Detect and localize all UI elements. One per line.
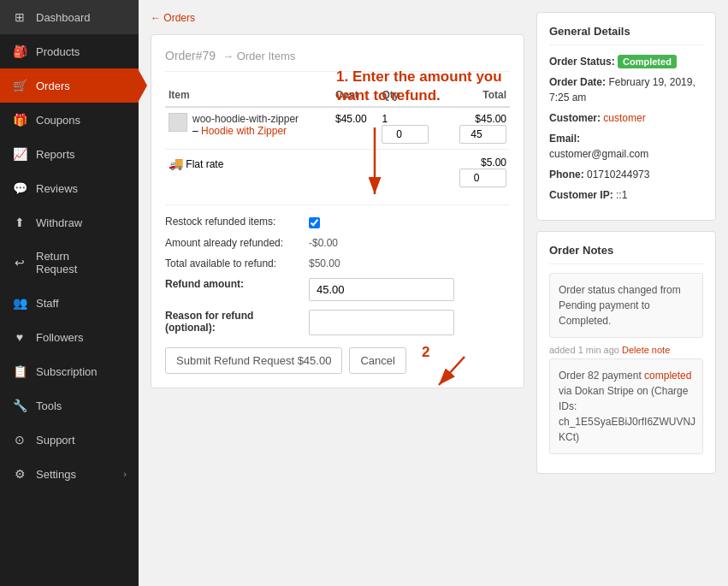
order-status-row: Order Status: Completed bbox=[549, 54, 703, 69]
note-2-highlight: completed bbox=[644, 370, 691, 382]
shipping-name-cell: 🚚 Flat rate bbox=[165, 150, 332, 193]
truck-icon: 🚚 bbox=[169, 157, 183, 170]
sidebar-item-orders[interactable]: 🛒 Orders bbox=[0, 68, 139, 103]
submit-refund-button[interactable]: Submit Refund Request $45.00 bbox=[165, 347, 342, 374]
amount-refunded-label: Amount already refunded: bbox=[165, 237, 302, 249]
return-icon: ↩ bbox=[12, 256, 27, 269]
sidebar-item-label: ReturnRequest bbox=[36, 250, 77, 275]
shipping-refund-input[interactable] bbox=[459, 169, 506, 187]
breadcrumb-link[interactable]: ← Orders bbox=[151, 12, 524, 24]
order-notes-title: Order Notes bbox=[549, 244, 703, 264]
subscription-icon: 📋 bbox=[12, 364, 27, 378]
refund-section: Restock refunded items: Amount already r… bbox=[165, 204, 510, 335]
order-notes-card: Order Notes Order status changed from Pe… bbox=[536, 231, 716, 474]
amount-refunded-value: -$0.00 bbox=[309, 237, 338, 249]
note-2-suffix: via Dokan Stripe on (Charge IDs: ch_1E5S… bbox=[559, 385, 695, 443]
right-panel: General Details Order Status: Completed … bbox=[536, 12, 716, 574]
sidebar-item-reports[interactable]: 📈 Reports bbox=[0, 137, 139, 171]
general-details-title: General Details bbox=[549, 25, 703, 45]
status-badge: Completed bbox=[618, 55, 677, 68]
sidebar: ⊞ Dashboard 🎒 Products 🛒 Orders 🎁 Coupon… bbox=[0, 0, 139, 586]
customer-label: Customer: bbox=[549, 112, 601, 124]
shipping-total-cell: $5.00 bbox=[444, 150, 510, 193]
sidebar-item-dashboard[interactable]: ⊞ Dashboard bbox=[0, 0, 139, 34]
ip-label: Customer IP: bbox=[549, 189, 613, 201]
tools-icon: 🔧 bbox=[12, 399, 27, 412]
phone-value: 01710244973 bbox=[587, 169, 649, 181]
sidebar-item-tools[interactable]: 🔧 Tools bbox=[0, 388, 139, 423]
sidebar-item-settings[interactable]: ⚙ Settings › bbox=[0, 457, 139, 491]
item-name-cell: woo-hoodie-with-zipper – Hoodie with Zip… bbox=[165, 107, 332, 150]
note-1-text: Order status changed from Pending paymen… bbox=[559, 282, 694, 329]
sidebar-item-label: Reviews bbox=[36, 182, 78, 195]
product-link-wrap: – Hoodie with Zipper bbox=[192, 125, 299, 137]
phone-row: Phone: 01710244973 bbox=[549, 167, 703, 182]
products-icon: 🎒 bbox=[12, 44, 27, 58]
email-row: Email: customer@gmail.com bbox=[549, 131, 703, 162]
ip-row: Customer IP: ::1 bbox=[549, 187, 703, 203]
ip-value: ::1 bbox=[616, 189, 627, 201]
product-link[interactable]: Hoodie with Zipper bbox=[201, 125, 287, 137]
restock-checkbox[interactable] bbox=[309, 217, 320, 228]
orders-icon: 🛒 bbox=[12, 79, 27, 92]
sidebar-item-label: Coupons bbox=[36, 114, 80, 127]
cancel-button[interactable]: Cancel bbox=[349, 347, 405, 374]
annotation-arrow-1 bbox=[323, 119, 426, 204]
sidebar-item-label: Settings bbox=[36, 468, 76, 481]
total-available-value: $50.00 bbox=[309, 257, 340, 269]
sidebar-item-label: Followers bbox=[36, 331, 84, 344]
sidebar-item-label: Products bbox=[36, 45, 80, 58]
email-label: Email: bbox=[549, 133, 580, 145]
order-number: Order#79 bbox=[165, 49, 216, 62]
sidebar-item-coupons[interactable]: 🎁 Coupons bbox=[0, 103, 139, 137]
col-item: Item bbox=[165, 84, 332, 107]
email-value: customer@gmail.com bbox=[549, 148, 648, 160]
amount-refunded-row: Amount already refunded: -$0.00 bbox=[165, 237, 510, 249]
customer-link[interactable]: customer bbox=[603, 112, 645, 124]
total-available-label: Total available to refund: bbox=[165, 257, 302, 269]
delete-note-link[interactable]: Delete note bbox=[622, 345, 670, 355]
total-refund-input[interactable] bbox=[459, 125, 506, 144]
left-panel: ← Orders Order#79 → Order Items Item Cos… bbox=[151, 12, 524, 574]
note-2: Order 82 payment completed via Dokan Str… bbox=[549, 358, 703, 454]
order-status-label: Order Status: bbox=[549, 56, 615, 68]
support-icon: ⊙ bbox=[12, 433, 27, 447]
svg-line-3 bbox=[439, 357, 465, 385]
sidebar-item-support[interactable]: ⊙ Support bbox=[0, 423, 139, 457]
order-subtitle: → Order Items bbox=[222, 50, 295, 62]
reason-input[interactable] bbox=[309, 310, 454, 335]
restock-label: Restock refunded items: bbox=[165, 216, 302, 228]
total-available-row: Total available to refund: $50.00 bbox=[165, 257, 510, 269]
sidebar-item-withdraw[interactable]: ⬆ Withdraw bbox=[0, 205, 139, 240]
sidebar-item-products[interactable]: 🎒 Products bbox=[0, 34, 139, 68]
refund-amount-row: Refund amount: bbox=[165, 278, 510, 301]
settings-expand-icon: › bbox=[123, 469, 127, 479]
customer-row: Customer: customer bbox=[549, 110, 703, 126]
sidebar-item-reviews[interactable]: 💬 Reviews bbox=[0, 171, 139, 205]
order-date-label: Order Date: bbox=[549, 76, 606, 88]
reports-icon: 📈 bbox=[12, 147, 27, 161]
main-content: ← Orders Order#79 → Order Items Item Cos… bbox=[139, 0, 728, 586]
sidebar-item-label: Tools bbox=[36, 400, 62, 412]
annotation-arrow-2 bbox=[422, 352, 507, 395]
sidebar-item-staff[interactable]: 👥 Staff bbox=[0, 286, 139, 320]
note-2-prefix: Order 82 payment bbox=[559, 370, 644, 382]
reason-row: Reason for refund(optional): bbox=[165, 310, 510, 335]
refund-amount-label: Refund amount: bbox=[165, 278, 302, 290]
order-card: Order#79 → Order Items Item Cost Qty Tot… bbox=[151, 34, 524, 388]
order-date-row: Order Date: February 19, 2019, 7:25 am bbox=[549, 74, 703, 105]
sidebar-item-label: Staff bbox=[36, 297, 59, 310]
settings-icon: ⚙ bbox=[12, 467, 27, 481]
item-total-cell: $45.00 bbox=[444, 107, 510, 150]
note-1-meta: added 1 min ago Delete note bbox=[549, 345, 703, 355]
sidebar-item-label: Dashboard bbox=[36, 11, 91, 24]
followers-icon: ♥ bbox=[12, 330, 27, 344]
sidebar-item-return-request[interactable]: ↩ ReturnRequest bbox=[0, 240, 139, 286]
coupons-icon: 🎁 bbox=[12, 113, 27, 127]
refund-amount-input[interactable] bbox=[309, 278, 454, 301]
sidebar-item-label: Support bbox=[36, 434, 75, 447]
reviews-icon: 💬 bbox=[12, 181, 27, 195]
sidebar-item-followers[interactable]: ♥ Followers bbox=[0, 320, 139, 354]
sidebar-item-subscription[interactable]: 📋 Subscription bbox=[0, 354, 139, 388]
sidebar-item-label: Orders bbox=[36, 80, 70, 92]
